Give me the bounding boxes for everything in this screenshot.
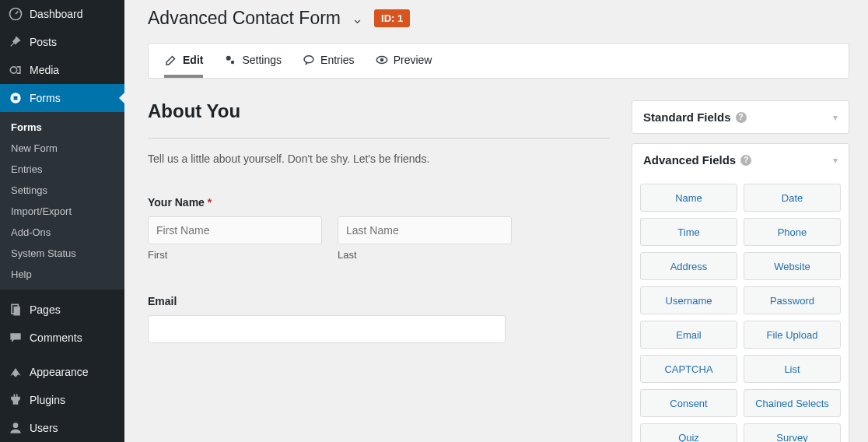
eye-icon: [375, 53, 389, 67]
field-label: Your Name *: [148, 196, 610, 209]
appearance-icon: [8, 364, 23, 380]
sidebar-item-posts[interactable]: Posts: [0, 28, 124, 56]
comments-icon: [8, 330, 23, 346]
field-button-phone[interactable]: Phone: [744, 218, 841, 246]
field-button-quiz[interactable]: Quiz: [640, 423, 737, 442]
sidebar-label: Users: [30, 422, 58, 434]
first-name-input[interactable]: [148, 216, 322, 244]
sidebar-item-appearance[interactable]: Appearance: [0, 358, 124, 386]
sidebar-submenu-forms: Forms New Form Entries Settings Import/E…: [0, 112, 124, 289]
sidebar-label: Pages: [30, 303, 61, 316]
field-button-email[interactable]: Email: [640, 321, 737, 349]
field-button-consent[interactable]: Consent: [640, 389, 737, 417]
sidebar-item-plugins[interactable]: Plugins: [0, 386, 124, 414]
users-icon: [8, 420, 23, 436]
tab-settings[interactable]: Settings: [223, 44, 282, 78]
email-input[interactable]: [148, 315, 506, 343]
sidebar-item-users[interactable]: Users: [0, 414, 124, 442]
tab-entries[interactable]: Entries: [302, 44, 355, 78]
svg-point-1: [10, 67, 16, 73]
tab-label: Preview: [394, 54, 432, 66]
tab-label: Settings: [242, 54, 282, 66]
help-icon[interactable]: ?: [736, 112, 747, 123]
field-button-date[interactable]: Date: [744, 184, 841, 212]
field-button-password[interactable]: Password: [744, 286, 841, 314]
field-label: Email: [148, 295, 610, 307]
sidebar-label: Comments: [30, 332, 82, 344]
submenu-item-import-export[interactable]: Import/Export: [0, 201, 124, 222]
edit-icon: [164, 53, 178, 67]
field-your-name[interactable]: Your Name * First Last: [148, 196, 610, 261]
form-header: Advanced Contact Form ⌄ ID: 1: [148, 0, 849, 43]
advanced-fields-grid: Name Date Time Phone Address Website Use…: [632, 176, 849, 442]
sidebar-item-dashboard[interactable]: Dashboard: [0, 0, 124, 28]
submenu-item-entries[interactable]: Entries: [0, 159, 124, 180]
svg-point-6: [13, 423, 19, 428]
sidebar-item-media[interactable]: Media: [0, 56, 124, 84]
submenu-item-new-form[interactable]: New Form: [0, 138, 124, 159]
field-button-time[interactable]: Time: [640, 218, 737, 246]
pin-icon: [8, 34, 23, 50]
help-icon[interactable]: ?: [740, 155, 751, 166]
panel-title: Standard Fields: [643, 110, 731, 124]
dashboard-icon: [8, 6, 23, 22]
field-button-survey[interactable]: Survey: [744, 423, 841, 442]
sidebar-label: Dashboard: [30, 8, 83, 20]
speech-icon: [302, 53, 316, 67]
last-name-input[interactable]: [338, 216, 512, 244]
pages-icon: [8, 302, 23, 317]
required-marker: *: [208, 196, 212, 209]
first-name-sublabel: First: [148, 249, 322, 261]
submenu-item-help[interactable]: Help: [0, 264, 124, 285]
sidebar-label: Appearance: [30, 366, 89, 378]
form-tabbar: Edit Settings Entries Preview: [148, 43, 849, 79]
field-button-chained-selects[interactable]: Chained Selects: [744, 389, 841, 417]
submenu-item-forms[interactable]: Forms: [0, 117, 124, 138]
form-switcher-chevron[interactable]: ⌄: [352, 10, 363, 27]
panel-title: Advanced Fields: [643, 153, 736, 167]
field-button-address[interactable]: Address: [640, 252, 737, 280]
field-button-captcha[interactable]: CAPTCHA: [640, 355, 737, 383]
chevron-down-icon: ▾: [833, 155, 838, 166]
admin-sidebar: Dashboard Posts Media Forms Forms New Fo…: [0, 0, 124, 442]
field-email[interactable]: Email: [148, 295, 610, 343]
tab-preview[interactable]: Preview: [375, 44, 432, 78]
plugins-icon: [8, 392, 23, 408]
tab-edit[interactable]: Edit: [164, 44, 203, 78]
advanced-fields-toggle[interactable]: Advanced Fields? ▾: [632, 144, 849, 176]
field-button-file-upload[interactable]: File Upload: [744, 321, 841, 349]
standard-fields-toggle[interactable]: Standard Fields? ▾: [632, 101, 849, 133]
section-title: About You: [148, 100, 610, 122]
field-button-name[interactable]: Name: [640, 184, 737, 212]
sidebar-item-pages[interactable]: Pages: [0, 296, 124, 324]
form-title: Advanced Contact Form: [148, 8, 341, 29]
sidebar-label: Posts: [30, 36, 57, 48]
svg-rect-5: [14, 307, 20, 316]
gears-icon: [223, 53, 237, 67]
field-button-username[interactable]: Username: [640, 286, 737, 314]
field-label-text: Your Name: [148, 196, 205, 209]
sidebar-label: Plugins: [30, 394, 65, 406]
svg-point-11: [380, 58, 383, 62]
tab-label: Entries: [320, 54, 355, 66]
last-name-sublabel: Last: [338, 249, 512, 261]
media-icon: [8, 62, 23, 78]
svg-point-7: [226, 56, 231, 61]
tab-label: Edit: [183, 54, 203, 66]
field-button-website[interactable]: Website: [744, 252, 841, 280]
field-button-list[interactable]: List: [744, 355, 841, 383]
fields-panel: Standard Fields? ▾ Advanced Fields? ▾ Na…: [632, 100, 849, 442]
submenu-item-settings[interactable]: Settings: [0, 180, 124, 201]
sidebar-item-comments[interactable]: Comments: [0, 324, 124, 352]
chevron-down-icon: ▾: [833, 112, 838, 123]
form-id-badge: ID: 1: [374, 9, 410, 27]
submenu-item-addons[interactable]: Add-Ons: [0, 222, 124, 243]
main-content: Advanced Contact Form ⌄ ID: 1 Edit Setti…: [124, 0, 868, 442]
sidebar-item-forms[interactable]: Forms: [0, 84, 124, 112]
svg-rect-3: [14, 96, 18, 100]
submenu-item-system-status[interactable]: System Status: [0, 243, 124, 264]
form-editor: About You Tell us a little about yoursel…: [148, 100, 610, 442]
sidebar-label: Forms: [30, 92, 61, 104]
forms-icon: [8, 90, 23, 106]
sidebar-label: Media: [30, 64, 59, 76]
